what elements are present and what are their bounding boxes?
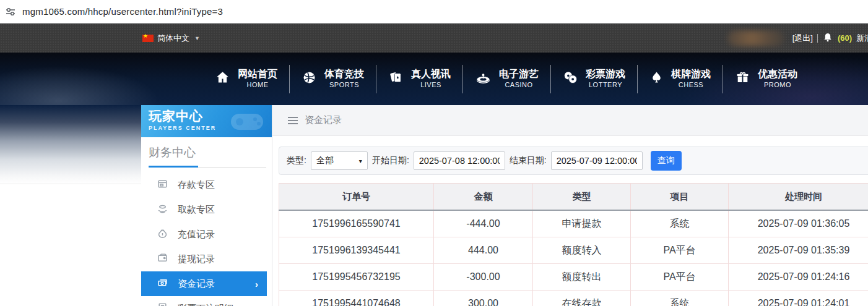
playing-cards-icon: [388, 70, 404, 88]
nav-label-zh: 体育竞技: [324, 68, 364, 80]
cell-process-time: 2025-07-09 01:24:01: [729, 291, 868, 306]
sidebar-item-label: 彩票下注明细: [178, 303, 233, 306]
start-date-label: 开始日期:: [372, 155, 409, 166]
nav-item-casino[interactable]: 电子游艺 CASINO: [463, 53, 550, 105]
table-row: 1751995441074648 300.00 在线存款 系统 2025-07-…: [279, 291, 868, 306]
column-header-process-time: 处理时间: [729, 184, 868, 211]
withdraw-icon: [157, 203, 168, 216]
lottery-bet-detail-icon: [157, 302, 168, 306]
chevron-right-icon: ›: [255, 279, 258, 289]
site-topbar: ★ 简体中文 ▼ [退出] (60) 新消息: [0, 23, 868, 53]
cell-order-no: 1751995441074648: [279, 291, 434, 306]
site-permissions-icon[interactable]: [5, 6, 16, 17]
home-icon: [215, 70, 230, 88]
cell-type: 申请提款: [533, 210, 631, 237]
end-date-label: 结束日期:: [510, 155, 547, 166]
table-row: 1751996139345441 444.00 额度转入 PA平台 2025-0…: [279, 237, 868, 264]
sidebar-item-withdraw[interactable]: 取款专区: [141, 197, 272, 222]
sidebar-item-label: 存款专区: [178, 179, 215, 191]
browser-address-bar[interactable]: mgm1065.com/hhcp/usercenter.html?iniType…: [0, 0, 868, 23]
type-select[interactable]: 全部 ▾: [311, 151, 368, 170]
chevron-down-icon: ▾: [359, 158, 362, 164]
cell-process-time: 2025-07-09 01:35:39: [729, 237, 868, 264]
table-row: 1751996165590741 -444.00 申请提款 系统 2025-07…: [279, 210, 868, 237]
sidebar-item-deposit[interactable]: 存款专区: [141, 172, 272, 197]
nav-label-en: CHESS: [679, 81, 703, 90]
nav-label-zh: 棋牌游戏: [671, 68, 711, 80]
message-count[interactable]: (60): [838, 33, 852, 43]
gift-icon: [735, 70, 750, 88]
cashout-record-icon: [157, 253, 168, 265]
logout-link[interactable]: [退出]: [792, 33, 813, 44]
cell-type: 在线存款: [533, 291, 631, 306]
nav-label-en: CASINO: [505, 81, 532, 90]
nav-label-en: HOME: [247, 81, 269, 90]
spade-icon: [649, 70, 664, 88]
cell-project: PA平台: [631, 264, 729, 291]
search-button[interactable]: 查询: [651, 151, 682, 171]
filter-bar: 类型: 全部 ▾ 开始日期: 结束日期: 查询: [279, 147, 868, 175]
cell-amount: 444.00: [434, 237, 533, 264]
nav-item-sports[interactable]: 体育竞技 SPORTS: [290, 53, 376, 105]
url-text[interactable]: mgm1065.com/hhcp/usercenter.html?iniType…: [22, 6, 223, 17]
sidebar-item-label: 取款专区: [178, 204, 215, 216]
cell-process-time: 2025-07-09 01:36:05: [729, 210, 868, 237]
nav-label-zh: 优惠活动: [758, 68, 797, 80]
nav-label-en: SPORTS: [329, 81, 359, 90]
china-flag-icon: ★: [142, 35, 154, 42]
background-fade: [0, 105, 141, 306]
cell-amount: 300.00: [434, 291, 533, 306]
nav-item-chess[interactable]: 棋牌游戏 CHESS: [638, 53, 723, 105]
main-navigation: 网站首页 HOME 体育竞技 SPORTS: [0, 53, 868, 105]
nav-label-zh: 网站首页: [238, 68, 277, 80]
language-label: 简体中文: [157, 33, 189, 44]
type-filter-label: 类型:: [287, 155, 306, 166]
nav-item-lives[interactable]: 真人视讯 LIVES: [376, 53, 462, 105]
funds-record-icon: [157, 278, 168, 290]
nav-label-zh: 彩票游戏: [586, 68, 625, 80]
sidebar-header: 玩家中心 PLAYERS CENTER: [141, 105, 272, 137]
cell-amount: -300.00: [434, 264, 533, 291]
username-blurred: [727, 30, 784, 46]
sidebar-item-label: 资金记录: [178, 278, 215, 290]
chevron-down-icon: ▼: [194, 35, 200, 41]
column-header-amount: 金额: [434, 184, 533, 211]
table-header-row: 订单号 金额 类型 项目 处理时间: [279, 184, 868, 211]
sidebar-item-lottery-bet-detail[interactable]: 彩票下注明细: [141, 296, 272, 306]
start-date-input[interactable]: [414, 151, 505, 170]
nav-item-lottery[interactable]: 彩票游戏 LOTTERY: [551, 53, 637, 105]
main-panel: 资金记录 类型: 全部 ▾ 开始日期: 结束日期: 查询 订单号 金额 类型: [272, 105, 868, 306]
list-icon: [288, 117, 298, 124]
column-header-order-no: 订单号: [279, 184, 434, 211]
sidebar-item-cashout-record[interactable]: 提现记录: [141, 247, 272, 271]
cell-type: 额度转入: [533, 237, 631, 264]
cell-order-no: 1751995456732195: [279, 264, 434, 291]
nav-label-en: PROMO: [764, 81, 791, 90]
divider: [0, 184, 141, 184]
cell-type: 额度转出: [533, 264, 631, 291]
nav-item-promo[interactable]: 优惠活动 PROMO: [723, 53, 809, 105]
new-message-label[interactable]: 新消息: [856, 33, 868, 44]
lottery-balls-icon: [563, 70, 578, 88]
column-header-type: 类型: [533, 184, 631, 211]
funds-record-table: 订单号 金额 类型 项目 处理时间 1751996165590741 -444.…: [279, 183, 868, 306]
sidebar-item-label: 充值记录: [178, 229, 215, 240]
sidebar-item-funds-record[interactable]: 资金记录 ›: [141, 271, 267, 296]
nav-label-en: LOTTERY: [589, 81, 622, 90]
nav-label-zh: 电子游艺: [499, 68, 539, 80]
cell-amount: -444.00: [434, 210, 533, 237]
type-select-value: 全部: [316, 155, 334, 166]
nav-item-home[interactable]: 网站首页 HOME: [203, 53, 289, 105]
cell-project: 系统: [631, 210, 729, 237]
recharge-record-icon: [157, 228, 168, 240]
sidebar-item-recharge-record[interactable]: 充值记录: [141, 222, 272, 247]
cell-project: PA平台: [631, 237, 729, 264]
cell-order-no: 1751996139345441: [279, 237, 434, 264]
deposit-icon: [157, 179, 168, 191]
end-date-input[interactable]: [551, 151, 643, 170]
bell-icon[interactable]: [822, 32, 833, 45]
underline-accent: [149, 166, 198, 168]
user-toolbar: [退出] (60) 新消息: [727, 23, 868, 53]
sidebar-menu: 存款专区 取款专区 充值记录 提现记录: [141, 172, 272, 306]
language-selector[interactable]: ★ 简体中文 ▼: [142, 23, 200, 53]
